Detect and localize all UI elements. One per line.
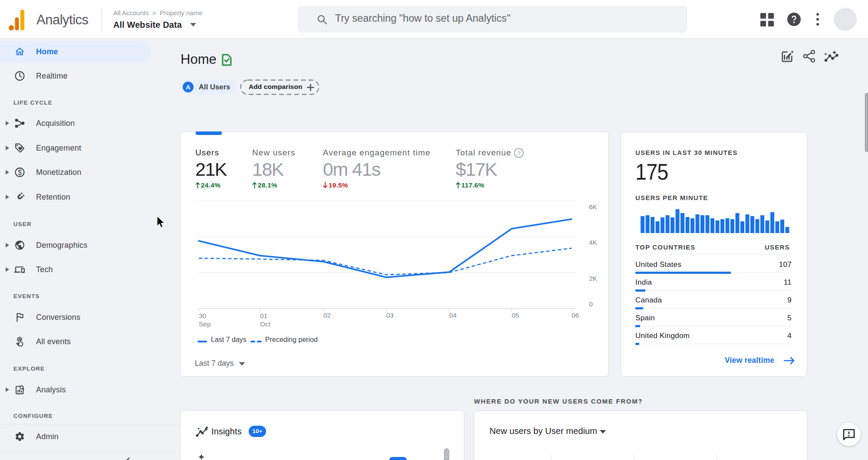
svg-text:?: ? — [517, 150, 521, 157]
svg-text:$: $ — [18, 169, 22, 176]
